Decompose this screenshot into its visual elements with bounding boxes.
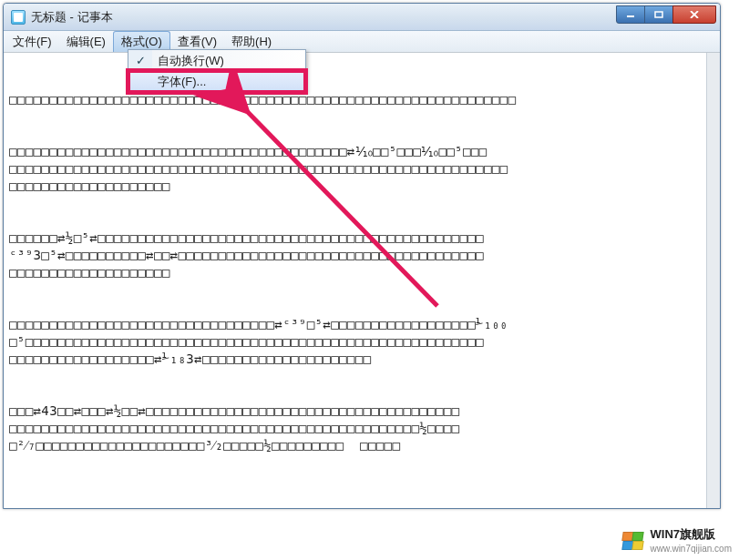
- menu-item-label: 字体(F)...: [158, 74, 206, 90]
- notepad-icon: [11, 10, 26, 25]
- windows-logo-icon: [620, 530, 645, 552]
- watermark-url: www.win7qijian.com: [651, 543, 732, 555]
- titlebar[interactable]: 无标题 - 记事本: [4, 4, 720, 31]
- minimize-icon: [626, 11, 635, 18]
- window-controls: [617, 5, 716, 24]
- menu-edit[interactable]: 编辑(E): [59, 31, 113, 52]
- menu-file[interactable]: 文件(F): [5, 31, 59, 52]
- maximize-button[interactable]: [644, 5, 673, 24]
- close-icon: [690, 11, 699, 18]
- minimize-button[interactable]: [616, 5, 645, 24]
- text-area[interactable]: □□□□□□□□□□□□□□□□□□□□□□□□□□□□□□□□□□□□□□□□…: [4, 53, 720, 508]
- maximize-icon: [654, 11, 663, 18]
- format-menu-dropdown: ✓ 自动换行(W) 字体(F)...: [128, 49, 306, 93]
- menu-item-label: 自动换行(W): [158, 53, 224, 69]
- svg-rect-0: [627, 15, 634, 17]
- checkmark-icon: ✓: [136, 54, 146, 67]
- menu-item-font[interactable]: 字体(F)...: [128, 71, 305, 92]
- notepad-window: 无标题 - 记事本 文件(F) 编辑(E) 格式(O) 查看(V) 帮助(H) …: [3, 3, 721, 509]
- menu-item-wordwrap[interactable]: ✓ 自动换行(W): [128, 50, 305, 71]
- svg-rect-1: [655, 12, 662, 17]
- watermark-title: WIN7旗舰版: [651, 527, 732, 543]
- window-title: 无标题 - 记事本: [31, 9, 617, 25]
- watermark: WIN7旗舰版 www.win7qijian.com: [620, 527, 732, 555]
- close-button[interactable]: [672, 5, 716, 24]
- menubar: 文件(F) 编辑(E) 格式(O) 查看(V) 帮助(H): [4, 31, 720, 53]
- text-content: □□□□□□□□□□□□□□□□□□□□□□□□□□□□□□□□□□□□□□□□…: [9, 91, 714, 454]
